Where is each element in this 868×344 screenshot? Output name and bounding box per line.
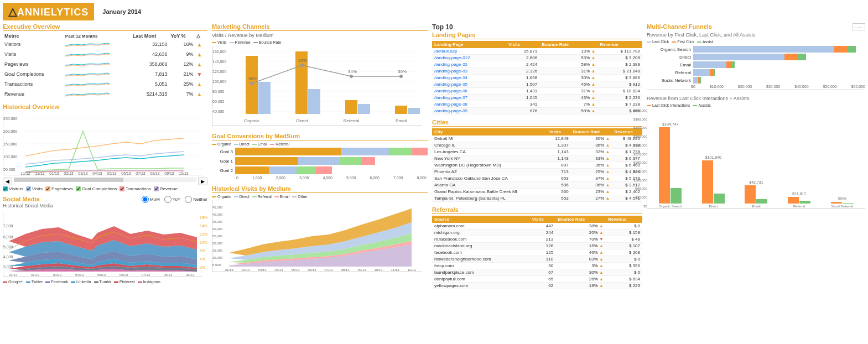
svg-text:04/13: 04/13 xyxy=(92,171,102,175)
svg-text:15,000: 15,000 xyxy=(212,249,223,252)
table-row: /landing-page-02 2,424 58% ▲ $ 2,389 xyxy=(432,61,642,68)
metric-name: Goal Completions xyxy=(3,69,64,79)
column-2: Marketing Channels Visits / Revenue by M… xyxy=(212,23,428,341)
ref-source-header: Source xyxy=(432,216,530,223)
city-bounce: 33% ▲ xyxy=(571,155,612,162)
logo-text: △ANNIELYTICS xyxy=(8,7,89,18)
mcf-subtitle1: Revenue by First Click, Last Click, and … xyxy=(647,32,865,38)
executive-table: Metric Past 12 Months Last Mont YoY % △ … xyxy=(3,33,207,99)
metric-value: 5,051 xyxy=(131,79,169,89)
legend-item: Visitors xyxy=(3,186,23,191)
lp-visits: 2,424 xyxy=(506,61,539,68)
city-bounce: 30% ▲ xyxy=(571,135,612,142)
svg-text:5,000: 5,000 xyxy=(3,245,13,249)
ref-visits: 65 xyxy=(530,276,556,283)
table-row: /landing-page-012 2,806 53% ▲ $ 3,208 xyxy=(432,55,642,61)
svg-text:05/13: 05/13 xyxy=(291,268,300,272)
svg-text:11/13: 11/13 xyxy=(391,268,399,272)
ref-source: mswebersneighborhood.com xyxy=(432,256,530,263)
lp-page: /landing-page-06 xyxy=(432,88,506,95)
table-row: Tampa-St. Petersburg (Sarasota) FL 553 2… xyxy=(432,195,642,202)
hist-visits-legend: OrganicDirectReferralEmailOther xyxy=(212,195,428,199)
city-bounce-header: Bounce Rate xyxy=(571,128,612,135)
table-row: yellowpages.com 62 19% ▲ $ 223 xyxy=(432,283,642,289)
goal-legend-item: Referral xyxy=(270,142,289,146)
ref-bounce: 30% ▲ xyxy=(555,269,606,276)
lp-visits: 1,045 xyxy=(506,95,539,101)
svg-text:06/13: 06/13 xyxy=(121,171,131,175)
goal-conv-legend: OrganicDirectEmailReferral xyxy=(212,142,428,146)
metric-header: Metric xyxy=(3,33,64,39)
svg-point-72 xyxy=(250,82,253,85)
landing-pages-table: Landing Page Visits Bounce Rate Revenue … xyxy=(432,41,642,114)
ref-visits: 126 xyxy=(530,243,556,249)
scroll-left-btn[interactable]: ◀ xyxy=(3,178,12,185)
sparkline-cell xyxy=(64,89,131,99)
referrals-section: Referrals Source Visits Bounce Rate Reve… xyxy=(432,206,642,289)
svg-text:34%: 34% xyxy=(348,69,357,74)
svg-text:40,000: 40,000 xyxy=(212,213,223,216)
city-header: City xyxy=(432,128,547,135)
svg-text:05/13: 05/13 xyxy=(107,171,117,175)
historical-overview-title: Historical Overview xyxy=(3,103,59,111)
lp-bounce: 43% ▲ xyxy=(539,95,597,101)
scroll-right-btn[interactable]: ▶ xyxy=(198,178,207,185)
city-name: Chicago IL xyxy=(432,142,547,149)
sparkline-cell xyxy=(64,49,131,59)
mktg-legend-item: Bounce Rate xyxy=(253,40,281,44)
lp-visits: 341 xyxy=(506,101,539,108)
svg-text:40,000: 40,000 xyxy=(212,110,225,113)
city-visits: 1,143 xyxy=(547,155,571,162)
svg-text:20,000: 20,000 xyxy=(212,242,223,245)
metric-name: Revenue xyxy=(3,89,64,99)
goal2-row: Goal 2 xyxy=(212,166,428,174)
metric-name: Pageviews xyxy=(3,59,64,69)
svg-rect-67 xyxy=(308,89,320,114)
multi-channel-section: Multi-Channel Funnels ...... Revenue by … xyxy=(647,23,865,209)
table-row: /landing-page-04 1,658 30% ▲ $ 3,686 xyxy=(432,75,642,81)
last-click-section: Revenue from Last Click Interactions + A… xyxy=(647,96,865,209)
neither-radio[interactable]: Neither xyxy=(185,196,207,203)
city-name: San Francisco-Oakland-San Jose CA xyxy=(432,175,547,182)
metric-name: Visits xyxy=(3,49,64,59)
referrals-table: Source Visits Bounce Rate Revenue alpham… xyxy=(432,216,642,289)
svg-text:09/13: 09/13 xyxy=(186,273,195,277)
metric-value: 32,150 xyxy=(131,39,169,49)
column-3: Top 10 Landing Pages Landing Page Visits… xyxy=(432,23,642,341)
ref-bounce: 20% ▲ xyxy=(555,230,606,236)
metric-arrow: ▲ xyxy=(195,39,207,49)
mom-radio[interactable]: MoM xyxy=(142,196,160,203)
svg-text:09/13: 09/13 xyxy=(164,171,174,175)
svg-text:08/13: 08/13 xyxy=(341,268,350,272)
svg-text:8%: 8% xyxy=(200,249,205,253)
city-visits-header: Visits xyxy=(547,128,571,135)
svg-text:200,000: 200,000 xyxy=(3,129,17,133)
svg-text:35,000: 35,000 xyxy=(212,220,223,223)
svg-text:01/13: 01/13 xyxy=(225,268,233,272)
top10-section: Top 10 Landing Pages Landing Page Visits… xyxy=(432,23,642,289)
lp-revenue: $ 113,790 xyxy=(597,48,642,55)
svg-text:01/13: 01/13 xyxy=(49,171,59,175)
city-visits: 1,143 xyxy=(547,149,571,155)
lp-visits: 1,507 xyxy=(506,81,539,88)
metric-yoy: 9% xyxy=(169,49,195,59)
legend-item: Pageviews xyxy=(45,186,73,191)
ref-visits-header: Visits xyxy=(530,216,556,223)
svg-text:05/13: 05/13 xyxy=(97,273,106,277)
svg-text:4,000: 4,000 xyxy=(3,255,13,259)
mcf-channel-row: Referral xyxy=(647,69,865,76)
svg-text:18%: 18% xyxy=(200,216,207,220)
logo: △ANNIELYTICS xyxy=(3,3,94,20)
metric-arrow: ▲ xyxy=(195,89,207,99)
table-row: Washington DC (Hagerstown MD) 897 36% ▲ … xyxy=(432,162,642,169)
svg-text:06/13: 06/13 xyxy=(308,268,316,272)
svg-text:03/13: 03/13 xyxy=(78,171,88,175)
yoy-radio[interactable]: YoY xyxy=(164,196,180,203)
ref-visits: 244 xyxy=(530,230,556,236)
ref-source: alphamom.com xyxy=(432,223,530,230)
multi-channel-dropdown[interactable]: ...... xyxy=(853,23,865,30)
landing-pages-section: Landing Pages Landing Page Visits Bounce… xyxy=(432,32,642,114)
goal-conversions-section: Goal Conversions by MedSum OrganicDirect… xyxy=(212,133,428,180)
mcf-channel-row: Organic Search xyxy=(647,46,865,53)
svg-rect-70 xyxy=(395,106,407,114)
